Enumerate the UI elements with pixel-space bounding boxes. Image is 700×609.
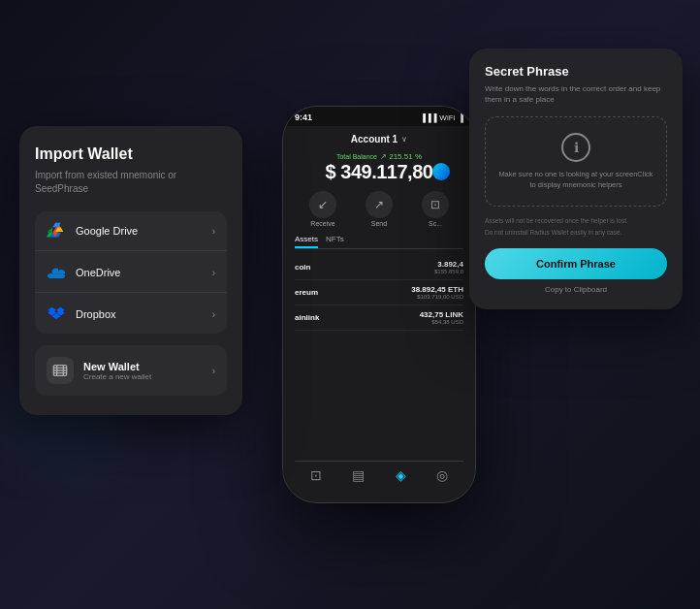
asset-usd: $155.859,8	[434, 269, 463, 274]
import-wallet-panel: Import Wallet Import from existed mnemon…	[19, 126, 242, 415]
asset-name: ereum	[295, 288, 318, 297]
copy-to-clipboard-button[interactable]: Copy to Clipboard	[485, 285, 667, 294]
asset-amount: 432,75 LINK	[420, 310, 463, 319]
dropbox-option[interactable]: Dropbox ›	[35, 295, 227, 334]
nav-wallet-icon[interactable]: ⊡	[310, 467, 322, 483]
asset-usd: $103.719,00 USD	[411, 294, 463, 300]
avatar	[432, 163, 450, 180]
account-row[interactable]: Account 1 ∨	[295, 134, 463, 144]
receive-button[interactable]: ↙ Receive	[309, 191, 336, 227]
wifi-icon: WiFi	[439, 113, 455, 122]
asset-tabs: Assets NFTs	[295, 235, 463, 249]
secret-phrase-subtitle: Write down the words in the correct orde…	[485, 83, 667, 105]
dropbox-chevron: ›	[212, 309, 215, 320]
scan-label: Sc...	[429, 220, 442, 227]
new-wallet-subtitle: Create a new wallet	[83, 372, 151, 381]
send-icon: ↗	[366, 191, 393, 218]
asset-amount: 38.892,45 ETH	[411, 285, 463, 294]
new-wallet-icon	[47, 357, 74, 384]
secret-phrase-box[interactable]: ℹ Make sure no one is looking at your sc…	[485, 116, 667, 207]
account-name: Account 1	[351, 134, 398, 144]
send-label: Send	[371, 220, 387, 227]
list-item[interactable]: coin 3.892,4 $155.859,8	[295, 255, 463, 280]
svg-rect-0	[48, 273, 65, 278]
tab-nfts[interactable]: NFTs	[326, 235, 344, 248]
warning-icon: ℹ	[561, 133, 590, 162]
import-wallet-subtitle: Import from existed mnemonic or SeedPhra…	[35, 169, 227, 196]
dropbox-label: Dropbox	[76, 308, 116, 320]
list-item[interactable]: ereum 38.892,45 ETH $103.719,00 USD	[295, 280, 463, 305]
battery-icon: ▐	[458, 113, 463, 122]
google-drive-option[interactable]: Google Drive ›	[35, 211, 227, 251]
asset-list: coin 3.892,4 $155.859,8 ereum 38.892,45 …	[295, 255, 463, 461]
scan-button[interactable]: ⊡ Sc...	[422, 191, 449, 227]
nav-profile-icon[interactable]: ◎	[436, 467, 448, 483]
onedrive-chevron: ›	[212, 268, 215, 278]
google-drive-label: Google Drive	[76, 225, 138, 237]
signal-icon: ▐▐▐	[420, 113, 436, 122]
secret-phrase-title: Secret Phrase	[485, 64, 667, 79]
bottom-nav: ⊡ ▤ ◈ ◎	[295, 461, 463, 489]
balance-label: Total Balance ↗ 215.51 %	[295, 152, 463, 161]
secret-disclaimer-2: Do not uninstall Radius Wallet easily in…	[485, 228, 667, 237]
nav-layers-icon[interactable]: ◈	[396, 467, 406, 483]
status-bar: 9:41 ▐▐▐ WiFi ▐	[283, 107, 475, 126]
balance-label-text: Total Balance	[336, 153, 377, 160]
secret-phrase-panel: Secret Phrase Write down the words in th…	[469, 48, 683, 309]
list-item[interactable]: ainlink 432,75 LINK $54,38 USD	[295, 305, 463, 331]
new-wallet-title: New Wallet	[83, 361, 151, 372]
nav-list-icon[interactable]: ▤	[352, 467, 365, 483]
onedrive-label: OneDrive	[76, 267, 120, 278]
google-drive-chevron: ›	[212, 226, 215, 237]
asset-name: coin	[295, 263, 310, 272]
receive-label: Receive	[310, 220, 334, 227]
tab-assets[interactable]: Assets	[295, 235, 318, 248]
new-wallet-chevron: ›	[212, 366, 215, 376]
google-drive-icon	[47, 221, 66, 240]
balance-change: ↗ 215.51 %	[380, 152, 422, 161]
send-button[interactable]: ↗ Send	[366, 191, 393, 227]
import-options-list: Google Drive › OneDrive ›	[35, 211, 227, 334]
onedrive-option[interactable]: OneDrive ›	[35, 253, 227, 293]
new-wallet-option[interactable]: New Wallet Create a new wallet ›	[35, 345, 227, 396]
secret-disclaimer-1: Assets will not be recovered once the he…	[485, 216, 667, 225]
confirm-phrase-button[interactable]: Confirm Phrase	[485, 248, 667, 279]
import-wallet-title: Import Wallet	[35, 145, 227, 163]
asset-usd: $54,38 USD	[420, 319, 463, 325]
receive-icon: ↙	[309, 191, 336, 218]
scan-icon: ⊡	[422, 191, 449, 218]
phone-main: 9:41 ▐▐▐ WiFi ▐ Account 1 ∨ Total Balanc…	[282, 106, 476, 503]
status-time: 9:41	[295, 112, 312, 122]
status-icons: ▐▐▐ WiFi ▐	[420, 113, 463, 122]
asset-name: ainlink	[295, 313, 319, 322]
action-row: ↙ Receive ↗ Send ⊡ Sc...	[295, 191, 463, 227]
asset-amount: 3.892,4	[434, 260, 463, 269]
phone-screen: Account 1 ∨ Total Balance ↗ 215.51 % $ 3…	[283, 126, 475, 497]
onedrive-icon	[47, 263, 66, 282]
dropbox-icon	[47, 304, 66, 324]
secret-box-text: Make sure no one is looking at your scre…	[497, 170, 654, 190]
account-chevron: ∨	[401, 135, 407, 144]
